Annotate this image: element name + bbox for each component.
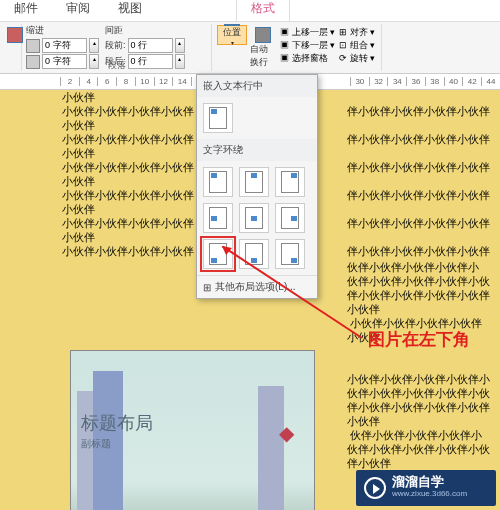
- annotation-text: 图片在左下角: [368, 328, 470, 351]
- spinner-button[interactable]: ▴: [89, 54, 99, 69]
- send-backward-button[interactable]: ▣ 下移一层 ▾: [280, 39, 335, 52]
- position-middle-right[interactable]: [275, 203, 305, 233]
- dropdown-section-wrap: 文字环绕: [197, 139, 317, 161]
- selection-pane-button[interactable]: ▣ 选择窗格: [280, 52, 335, 65]
- spinner-button[interactable]: ▴: [175, 54, 185, 69]
- auto-wrap-button[interactable]: 自动换行: [248, 24, 278, 71]
- kite-icon: ◆: [279, 421, 294, 445]
- tab-mail[interactable]: 邮件: [0, 0, 52, 21]
- tab-review[interactable]: 审阅: [52, 0, 104, 21]
- paragraph-group-label: 段落: [108, 59, 126, 72]
- right-column-text: 伙伴小伙伴小伙伴小伙伴小 伙伴小伙伴小伙伴小伙伴小伙 伴小伙伴小伙伴小伙伴小伙伴…: [347, 260, 490, 470]
- spinner-button[interactable]: ▴: [89, 38, 99, 53]
- position-top-right[interactable]: [275, 167, 305, 197]
- before-label: 段前:: [105, 39, 126, 52]
- cover-title: 标题布局: [81, 411, 153, 435]
- watermark-title: 溜溜自学: [392, 476, 467, 488]
- position-dropdown: 嵌入文本行中 文字环绕 ⊞ 其他布局选项(L)...: [196, 74, 318, 299]
- indent-right-icon: [26, 55, 40, 69]
- inserted-image[interactable]: 标题布局 副标题 ◆: [70, 350, 315, 510]
- layout-icon: ⊞: [203, 282, 211, 293]
- rotate-button[interactable]: ⟳ 旋转 ▾: [339, 52, 375, 65]
- before-input[interactable]: 0 行: [128, 38, 173, 53]
- position-top-center[interactable]: [239, 167, 269, 197]
- ribbon-tabs: 邮件 审阅 视图 格式: [0, 0, 500, 22]
- indent-left-icon: [26, 39, 40, 53]
- cover-subtitle: 副标题: [81, 437, 111, 451]
- position-button[interactable]: 位置 ▾: [217, 25, 247, 45]
- group-button[interactable]: ⊡ 组合 ▾: [339, 39, 375, 52]
- indent-label: 缩进: [26, 24, 99, 37]
- indent-left-input[interactable]: 0 字符: [42, 38, 87, 53]
- tab-view[interactable]: 视图: [104, 0, 156, 21]
- position-top-left[interactable]: [203, 167, 233, 197]
- position-middle-left[interactable]: [203, 203, 233, 233]
- play-icon: [364, 477, 386, 499]
- spinner-button[interactable]: ▴: [175, 38, 185, 53]
- position-bottom-left[interactable]: [203, 239, 233, 269]
- after-input[interactable]: 0 行: [128, 54, 173, 69]
- bring-forward-button[interactable]: ▣ 上移一层 ▾: [280, 26, 335, 39]
- tab-format[interactable]: 格式: [236, 0, 290, 21]
- position-middle-center[interactable]: [239, 203, 269, 233]
- position-inline[interactable]: [203, 103, 233, 133]
- position-bottom-right[interactable]: [275, 239, 305, 269]
- ribbon: 缩进 0 字符 ▴ 0 字符 ▴ 间距 段前: 0 行 ▴: [0, 22, 500, 74]
- dropdown-section-inline: 嵌入文本行中: [197, 75, 317, 97]
- align-button[interactable]: ⊞ 对齐 ▾: [339, 26, 375, 39]
- more-layout-options[interactable]: ⊞ 其他布局选项(L)...: [197, 275, 317, 298]
- indent-right-input[interactable]: 0 字符: [42, 54, 87, 69]
- watermark-url: www.zixue.3d66.com: [392, 488, 467, 500]
- position-bottom-center[interactable]: [239, 239, 269, 269]
- spacing-label: 间距: [105, 24, 185, 37]
- watermark: 溜溜自学 www.zixue.3d66.com: [356, 470, 496, 506]
